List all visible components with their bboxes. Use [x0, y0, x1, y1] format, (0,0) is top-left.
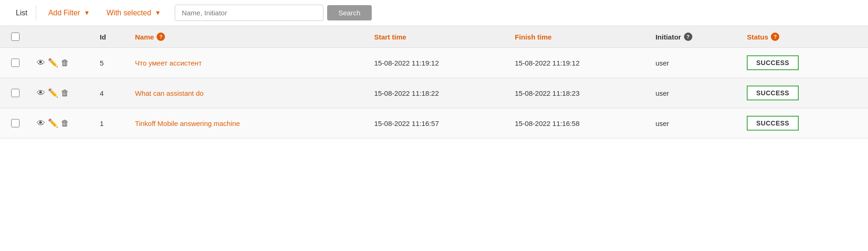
- header-id: Id: [94, 26, 130, 48]
- row-finish-time: 15-08-2022 11:16:58: [509, 108, 650, 139]
- header-initiator: Initiator ?: [650, 26, 742, 48]
- toolbar: List Add Filter ▼ With selected ▼ Search: [0, 0, 868, 26]
- with-selected-button[interactable]: With selected ▼: [98, 5, 169, 21]
- row-finish-time: 15-08-2022 11:19:12: [509, 48, 650, 78]
- name-help-icon[interactable]: ?: [157, 33, 165, 41]
- row-name: Tinkoff Mobile answering machine: [130, 108, 369, 139]
- data-table: Id Name ? Start time Finish time Initia: [0, 26, 868, 139]
- header-finish-time: Finish time: [509, 26, 650, 48]
- row-name: What can assistant do: [130, 78, 369, 108]
- header-check: [0, 26, 31, 48]
- header-name: Name ?: [130, 26, 369, 48]
- row-initiator: user: [650, 48, 742, 78]
- header-actions: [31, 26, 94, 48]
- header-start-time: Start time: [368, 26, 509, 48]
- name-link[interactable]: Tinkoff Mobile answering machine: [135, 119, 240, 127]
- row-id: 4: [94, 78, 130, 108]
- view-icon[interactable]: 👁: [37, 58, 45, 68]
- row-check-cell: [0, 78, 31, 108]
- edit-icon[interactable]: ✏️: [48, 58, 58, 68]
- row-checkbox[interactable]: [11, 119, 20, 127]
- select-all-checkbox[interactable]: [11, 33, 20, 41]
- row-status: SUCCESS: [741, 48, 868, 78]
- search-input[interactable]: [175, 5, 323, 21]
- row-actions-cell: 👁 ✏️ 🗑: [31, 78, 94, 108]
- search-button[interactable]: Search: [327, 5, 372, 20]
- row-checkbox[interactable]: [11, 59, 20, 67]
- header-status: Status ?: [741, 26, 868, 48]
- row-start-time: 15-08-2022 11:16:57: [368, 108, 509, 139]
- delete-icon[interactable]: 🗑: [61, 88, 69, 98]
- row-checkbox[interactable]: [11, 89, 20, 97]
- initiator-help-icon[interactable]: ?: [684, 33, 692, 41]
- table-row: 👁 ✏️ 🗑 5 Что умеет ассистент 15-08-2022 …: [0, 48, 868, 78]
- row-name: Что умеет ассистент: [130, 48, 369, 78]
- row-actions-cell: 👁 ✏️ 🗑: [31, 48, 94, 78]
- name-link[interactable]: What can assistant do: [135, 89, 204, 97]
- status-badge: SUCCESS: [747, 55, 798, 70]
- with-selected-label: With selected: [106, 9, 151, 17]
- row-actions-cell: 👁 ✏️ 🗑: [31, 108, 94, 139]
- status-help-icon[interactable]: ?: [771, 33, 779, 41]
- table-row: 👁 ✏️ 🗑 1 Tinkoff Mobile answering machin…: [0, 108, 868, 139]
- row-check-cell: [0, 108, 31, 139]
- row-start-time: 15-08-2022 11:19:12: [368, 48, 509, 78]
- status-badge: SUCCESS: [747, 86, 798, 100]
- row-id: 1: [94, 108, 130, 139]
- add-filter-button[interactable]: Add Filter ▼: [40, 5, 98, 21]
- row-status: SUCCESS: [741, 108, 868, 139]
- delete-icon[interactable]: 🗑: [61, 58, 69, 68]
- edit-icon[interactable]: ✏️: [48, 88, 58, 98]
- edit-icon[interactable]: ✏️: [48, 118, 58, 128]
- row-finish-time: 15-08-2022 11:18:23: [509, 78, 650, 108]
- delete-icon[interactable]: 🗑: [61, 119, 69, 128]
- add-filter-label: Add Filter: [48, 9, 80, 17]
- row-initiator: user: [650, 78, 742, 108]
- with-selected-caret-icon: ▼: [155, 9, 161, 16]
- view-icon[interactable]: 👁: [37, 119, 45, 128]
- add-filter-caret-icon: ▼: [84, 9, 90, 16]
- row-check-cell: [0, 48, 31, 78]
- row-id: 5: [94, 48, 130, 78]
- name-link[interactable]: Что умеет ассистент: [135, 59, 202, 67]
- status-badge: SUCCESS: [747, 116, 798, 131]
- view-icon[interactable]: 👁: [37, 88, 45, 98]
- row-status: SUCCESS: [741, 78, 868, 108]
- row-initiator: user: [650, 108, 742, 139]
- table-row: 👁 ✏️ 🗑 4 What can assistant do 15-08-202…: [0, 78, 868, 108]
- row-start-time: 15-08-2022 11:18:22: [368, 78, 509, 108]
- list-button[interactable]: List: [7, 5, 36, 21]
- table-header-row: Id Name ? Start time Finish time Initia: [0, 26, 868, 48]
